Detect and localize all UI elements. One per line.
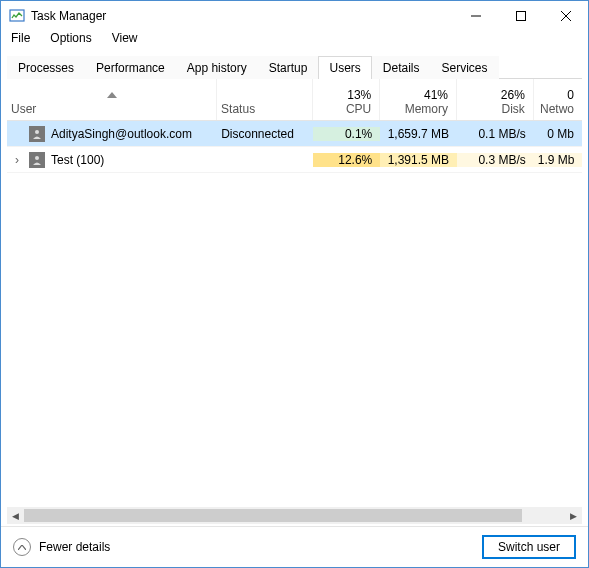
maximize-button[interactable] [498,1,543,31]
cell-disk: 0.3 MB/s [457,153,534,167]
user-icon [29,152,45,168]
tab-services[interactable]: Services [431,56,499,79]
tab-startup[interactable]: Startup [258,56,319,79]
table-row[interactable]: AdityaSingh@outlook.com Disconnected 0.1… [7,121,582,147]
menubar: File Options View [1,31,588,51]
header-memory[interactable]: 41%Memory [380,79,457,120]
tab-performance[interactable]: Performance [85,56,176,79]
cell-memory: 1,659.7 MB [380,127,457,141]
menu-view[interactable]: View [108,31,142,49]
cell-cpu: 12.6% [313,153,380,167]
scroll-thumb[interactable] [24,509,522,522]
minimize-button[interactable] [453,1,498,31]
titlebar: Task Manager [1,1,588,31]
footer: Fewer details Switch user [1,526,588,567]
cell-network: 0 Mb [534,127,582,141]
window-title: Task Manager [31,9,453,23]
sort-indicator-icon [107,87,117,101]
user-name: Test (100) [51,153,104,167]
cell-cpu: 0.1% [313,127,380,141]
horizontal-scrollbar[interactable]: ◀ ▶ [7,507,582,524]
close-button[interactable] [543,1,588,31]
user-icon [29,126,45,142]
cell-disk: 0.1 MB/s [457,127,534,141]
menu-options[interactable]: Options [46,31,95,49]
user-name: AdityaSingh@outlook.com [51,127,192,141]
tab-processes[interactable]: Processes [7,56,85,79]
cell-memory: 1,391.5 MB [380,153,457,167]
app-icon [9,8,25,24]
user-rows: AdityaSingh@outlook.com Disconnected 0.1… [7,121,582,507]
chevron-up-icon [13,538,31,556]
switch-user-button[interactable]: Switch user [482,535,576,559]
fewer-details-button[interactable]: Fewer details [13,538,110,556]
scroll-right-icon[interactable]: ▶ [565,507,582,524]
menu-file[interactable]: File [7,31,34,49]
header-network[interactable]: 0Netwo [534,79,582,120]
cell-user: › Test (100) [7,152,217,168]
svg-rect-2 [516,12,525,21]
tab-details[interactable]: Details [372,56,431,79]
scroll-track[interactable] [24,507,565,524]
cell-user: AdityaSingh@outlook.com [7,126,217,142]
tab-users[interactable]: Users [318,56,371,79]
cell-network: 1.9 Mb [534,153,582,167]
column-headers: User Status 13%CPU 41%Memory 26%Disk 0Ne… [7,79,582,121]
expand-icon[interactable]: › [11,153,23,167]
tab-app-history[interactable]: App history [176,56,258,79]
tab-strip: Processes Performance App history Startu… [7,55,582,79]
fewer-details-label: Fewer details [39,540,110,554]
scroll-left-icon[interactable]: ◀ [7,507,24,524]
svg-point-6 [35,156,39,160]
table-row[interactable]: › Test (100) 12.6% 1,391.5 MB 0.3 MB/s 1… [7,147,582,173]
header-status[interactable]: Status [217,79,313,120]
cell-status: Disconnected [217,127,313,141]
svg-point-5 [35,130,39,134]
header-disk[interactable]: 26%Disk [457,79,534,120]
header-cpu[interactable]: 13%CPU [313,79,380,120]
